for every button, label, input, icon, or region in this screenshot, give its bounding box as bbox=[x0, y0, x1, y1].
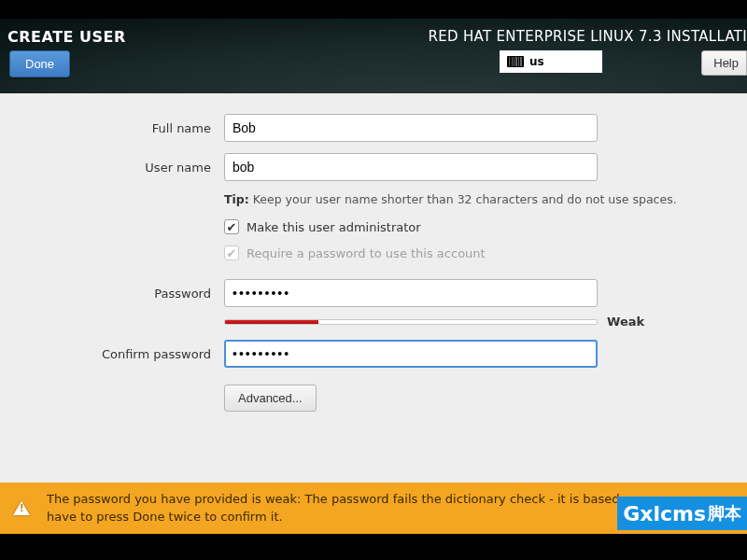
warning-text: The password you have provided is weak: … bbox=[47, 491, 650, 525]
require-password-checkbox-row: ✔ Require a password to use this account bbox=[224, 245, 747, 260]
password-strength-label: Weak bbox=[607, 315, 644, 329]
advanced-button[interactable]: Advanced... bbox=[224, 385, 317, 412]
watermark-brand: Gxlcms bbox=[623, 502, 706, 525]
keyboard-icon bbox=[507, 56, 524, 67]
password-strength-fill bbox=[225, 320, 318, 324]
form-content: Full name User name Tip: Keep your user … bbox=[0, 93, 747, 523]
tip-prefix: Tip: bbox=[224, 192, 249, 206]
page-title: CREATE USER bbox=[7, 28, 126, 46]
username-tip: Tip: Keep your user name shorter than 32… bbox=[224, 192, 747, 208]
checkmark-icon: ✔ bbox=[224, 245, 239, 260]
user-name-label: User name bbox=[0, 161, 224, 175]
password-strength-row: Weak bbox=[224, 315, 747, 329]
checkmark-icon: ✔ bbox=[224, 219, 239, 234]
full-name-input[interactable] bbox=[224, 114, 598, 142]
admin-checkbox-label: Make this user administrator bbox=[247, 220, 421, 234]
warning-icon bbox=[13, 501, 30, 515]
keyboard-layout-label: us bbox=[529, 55, 544, 68]
password-input[interactable] bbox=[224, 279, 598, 307]
require-password-label: Require a password to use this account bbox=[247, 246, 486, 260]
confirm-password-label: Confirm password bbox=[0, 347, 224, 361]
watermark-overlay: Gxlcms脚本 bbox=[617, 497, 747, 530]
confirm-password-input[interactable] bbox=[224, 340, 598, 368]
keyboard-layout-indicator[interactable]: us bbox=[500, 50, 602, 73]
password-label: Password bbox=[0, 287, 224, 301]
full-name-label: Full name bbox=[0, 121, 224, 135]
user-name-input[interactable] bbox=[224, 153, 598, 181]
installer-header: CREATE USER Done RED HAT ENTERPRISE LINU… bbox=[0, 19, 747, 93]
admin-checkbox-row[interactable]: ✔ Make this user administrator bbox=[224, 219, 747, 234]
help-button[interactable]: Help bbox=[701, 50, 747, 76]
watermark-suffix: 脚本 bbox=[708, 502, 741, 525]
installer-subtitle: RED HAT ENTERPRISE LINUX 7.3 INSTALLATI bbox=[429, 28, 747, 45]
password-strength-meter bbox=[224, 319, 598, 325]
tip-text: Keep your user name shorter than 32 char… bbox=[253, 192, 677, 206]
done-button[interactable]: Done bbox=[9, 50, 70, 77]
